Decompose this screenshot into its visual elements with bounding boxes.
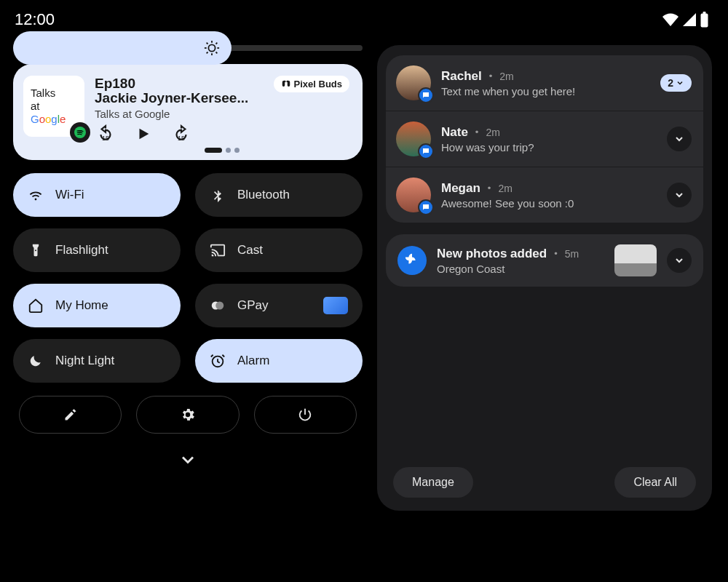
photos-subtitle: Oregon Coast: [437, 263, 604, 275]
wifi-icon: [662, 12, 679, 27]
notif-message: Awesome! See you soon :0: [441, 197, 657, 210]
replay-15-button[interactable]: 15: [96, 124, 115, 143]
brightness-icon: [204, 40, 220, 56]
card-thumbnail: [323, 297, 348, 314]
bluetooth-icon: [210, 188, 226, 202]
tile-bluetooth[interactable]: Bluetooth: [195, 173, 363, 217]
sender-name: Rachel: [441, 69, 482, 84]
notif-message: Text me when you get here!: [441, 85, 650, 97]
media-player-card[interactable]: Talks at Google Ep180 Jackie Joyner-Kers…: [13, 64, 363, 160]
messages-icon: [418, 143, 434, 159]
photos-icon: [397, 246, 427, 275]
art-line: at: [31, 100, 40, 113]
tile-label: Alarm: [237, 354, 269, 368]
photos-notification[interactable]: New photos added • 5m Oregon Coast: [386, 234, 703, 287]
expand-button[interactable]: [667, 127, 692, 151]
album-art: Talks at Google: [23, 76, 84, 137]
photos-title: New photos added: [437, 247, 547, 261]
moon-icon: [28, 354, 44, 368]
brightness-slider[interactable]: [13, 45, 363, 51]
notification-item[interactable]: Megan • 2m Awesome! See you soon :0: [386, 167, 703, 223]
svg-line-10: [216, 43, 218, 44]
earbuds-icon: [281, 79, 291, 89]
tile-alarm[interactable]: Alarm: [195, 339, 363, 383]
play-button[interactable]: [135, 126, 151, 142]
power-button[interactable]: [254, 396, 357, 434]
status-bar: 12:00: [0, 0, 728, 33]
svg-line-7: [207, 43, 208, 44]
chevron-down-icon: [673, 133, 685, 145]
group-count-chip[interactable]: 2: [660, 74, 692, 92]
power-icon: [297, 407, 313, 423]
clear-all-button[interactable]: Clear All: [614, 467, 696, 498]
tile-label: Bluetooth: [237, 188, 290, 202]
status-icons: [662, 12, 709, 28]
avatar: [396, 121, 431, 156]
output-label: Pixel Buds: [294, 79, 342, 89]
qs-action-row: [13, 396, 363, 434]
chevron-down-icon: [178, 450, 198, 470]
tile-label: Night Light: [55, 354, 114, 368]
tile-home[interactable]: My Home: [13, 284, 181, 327]
edit-button[interactable]: [19, 396, 122, 434]
quick-settings-tiles: Wi-Fi Bluetooth Flashlight Cast My Home …: [13, 173, 363, 383]
chevron-down-icon: [676, 79, 684, 87]
notif-time: 2m: [499, 71, 513, 82]
cast-icon: [210, 242, 226, 258]
media-pager[interactable]: [95, 148, 349, 153]
media-artist: Jackie Joyner-Kersee...: [95, 90, 248, 106]
messages-icon: [418, 199, 434, 215]
chevron-down-icon: [673, 189, 685, 201]
notif-message: How was your trip?: [441, 141, 657, 154]
avatar: [396, 178, 431, 212]
alarm-icon: [210, 353, 226, 369]
gpay-icon: [210, 298, 226, 314]
settings-button[interactable]: [136, 396, 239, 434]
expand-button[interactable]: [667, 183, 692, 207]
sender-name: Nate: [441, 125, 468, 140]
audio-output-chip[interactable]: Pixel Buds: [274, 76, 349, 92]
avatar: [396, 65, 431, 100]
flashlight-icon: [28, 243, 44, 258]
clock: 12:00: [15, 10, 55, 29]
svg-rect-0: [701, 14, 708, 28]
messages-icon: [418, 87, 434, 103]
tile-gpay[interactable]: GPay: [195, 284, 363, 327]
tile-nightlight[interactable]: Night Light: [13, 339, 181, 383]
forward-15-button[interactable]: 15: [172, 124, 191, 143]
conversation-group: Rachel • 2m Text me when you get here! 2: [386, 55, 703, 223]
tile-label: Wi-Fi: [55, 188, 84, 202]
expand-button[interactable]: [667, 248, 692, 273]
art-line: Talks: [31, 87, 55, 100]
signal-icon: [682, 12, 697, 27]
svg-rect-1: [703, 12, 706, 14]
notif-time: 2m: [498, 183, 512, 194]
tile-label: GPay: [237, 298, 269, 313]
manage-button[interactable]: Manage: [393, 467, 473, 498]
tile-label: Flashlight: [55, 243, 108, 258]
tile-wifi[interactable]: Wi-Fi: [13, 173, 181, 217]
notif-time: 2m: [486, 127, 499, 138]
battery-icon: [700, 12, 709, 28]
svg-line-8: [216, 52, 218, 54]
wifi-icon: [28, 187, 44, 203]
tile-label: Cast: [237, 243, 263, 258]
spotify-icon: [70, 122, 90, 143]
pencil-icon: [63, 407, 78, 422]
tile-label: My Home: [55, 298, 108, 313]
svg-point-13: [215, 302, 223, 310]
notification-item[interactable]: Rachel • 2m Text me when you get here! 2: [386, 55, 703, 111]
notification-item[interactable]: Nate • 2m How was your trip?: [386, 111, 703, 167]
media-title: Ep180: [95, 76, 248, 92]
tile-flashlight[interactable]: Flashlight: [13, 228, 181, 272]
art-line: Google: [31, 113, 66, 126]
media-source: Talks at Google: [95, 108, 248, 120]
svg-line-9: [207, 52, 208, 54]
svg-point-2: [208, 44, 215, 51]
chevron-down-icon: [673, 255, 685, 266]
expand-handle[interactable]: [13, 450, 363, 473]
sender-name: Megan: [441, 181, 480, 196]
home-icon: [28, 298, 44, 314]
tile-cast[interactable]: Cast: [195, 228, 363, 272]
photo-thumbnail: [614, 244, 657, 276]
